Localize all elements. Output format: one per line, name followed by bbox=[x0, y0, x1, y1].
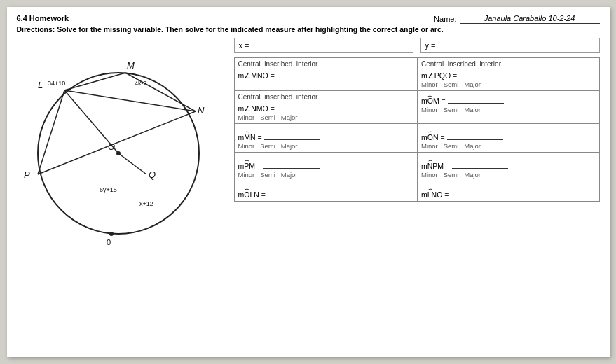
diagram-svg: L 34+10 M 4k-7 N P Q O 0 6y+15 x+12 bbox=[17, 38, 220, 248]
mON-input[interactable] bbox=[447, 131, 503, 140]
cell-3-1-eq: m⌢NPM = bbox=[421, 156, 595, 170]
table-row: m⌢OLN = m⌢LNO = bbox=[234, 181, 599, 202]
label-x12: x+12 bbox=[139, 200, 153, 207]
svg-line-6 bbox=[38, 90, 64, 174]
xy-row: x = y = bbox=[234, 38, 600, 53]
cell-1-1-opt: Minor Semi Major bbox=[421, 106, 595, 113]
table-row: Central inscribed interior m∠NMO = Minor… bbox=[234, 91, 599, 124]
mNMO-input[interactable] bbox=[277, 102, 333, 111]
cell-lno: m⌢LNO = bbox=[418, 181, 599, 202]
svg-line-8 bbox=[118, 153, 146, 174]
mPM-input[interactable] bbox=[263, 160, 320, 169]
cell-mn: m⌢MN = Minor Semi Major bbox=[234, 124, 418, 153]
directions: Directions: Solve for the missing variab… bbox=[17, 25, 600, 34]
label-O: O bbox=[108, 141, 115, 152]
mMN-input[interactable] bbox=[264, 131, 320, 140]
y-cell: y = bbox=[420, 38, 600, 53]
mPQO-input[interactable] bbox=[459, 69, 515, 78]
directions-label: Directions: bbox=[17, 25, 55, 34]
cell-oln: m⌢OLN = bbox=[234, 181, 418, 202]
cell-1-0-opt: Minor Semi Major bbox=[238, 113, 414, 121]
cell-2-0-eq: m⌢MN = bbox=[238, 127, 414, 141]
x-cell: x = bbox=[234, 38, 413, 53]
cell-4-0-eq: m⌢OLN = bbox=[238, 185, 414, 199]
cell-npm: m⌢NPM = Minor Semi Major bbox=[418, 153, 599, 181]
mOLN-input[interactable] bbox=[268, 188, 324, 197]
cell-0-1-header: Central inscribed interior bbox=[421, 60, 595, 68]
table-row: m⌢PM = Minor Semi Major m⌢NPM = Minor Se… bbox=[234, 153, 599, 181]
label-4k-7: 4k-7 bbox=[135, 80, 147, 87]
label-P: P bbox=[24, 169, 30, 180]
cell-0-0-eq: m∠MNO = bbox=[238, 69, 414, 80]
mOM-input[interactable] bbox=[448, 94, 504, 104]
cell-pqo-header: Central inscribed interior m∠PQO = Minor… bbox=[418, 58, 599, 91]
label-N: N bbox=[198, 105, 205, 115]
cell-4-1-eq: m⌢LNO = bbox=[421, 185, 595, 199]
cell-0-1-eq: m∠PQO = bbox=[421, 69, 595, 80]
label-M: M bbox=[127, 60, 135, 71]
title: 6.4 Homework bbox=[17, 14, 69, 22]
cell-3-0-opt: Minor Semi Major bbox=[238, 171, 414, 178]
mMNO-input[interactable] bbox=[277, 69, 333, 78]
worksheet: x = y = Central inscribed interior m∠MNO… bbox=[227, 38, 600, 202]
cell-3-1-opt: Minor Semi Major bbox=[421, 171, 595, 178]
label-L: L bbox=[38, 80, 43, 90]
y-value[interactable] bbox=[438, 41, 508, 50]
label-angle-L: 34+10 bbox=[48, 80, 65, 87]
label-zero: 0 bbox=[107, 238, 111, 246]
x-label: x = bbox=[239, 41, 249, 50]
y-label: y = bbox=[425, 41, 436, 50]
diagram-area: L 34+10 M 4k-7 N P Q O 0 6y+15 x+12 bbox=[17, 38, 227, 202]
label-6y15: 6y+15 bbox=[100, 186, 117, 193]
cell-1-0-header: Central inscribed interior bbox=[238, 93, 414, 101]
x-value[interactable] bbox=[252, 41, 322, 50]
svg-line-2 bbox=[64, 73, 125, 90]
cell-2-0-opt: Minor Semi Major bbox=[238, 142, 414, 150]
answer-grid: Central inscribed interior m∠MNO = Centr… bbox=[234, 57, 600, 202]
cell-3-0-eq: m⌢PM = bbox=[238, 156, 414, 170]
table-row: m⌢MN = Minor Semi Major m⌢ON = Minor Sem… bbox=[234, 124, 599, 153]
cell-1-1-eq: m⌢OM = bbox=[421, 94, 595, 105]
cell-0-0-header: Central inscribed interior bbox=[238, 60, 414, 68]
name-section: Name: Janaula Caraballo 10-2-24 bbox=[434, 14, 599, 24]
table-row: Central inscribed interior m∠MNO = Centr… bbox=[234, 58, 599, 91]
cell-pm: m⌢PM = Minor Semi Major bbox=[234, 153, 418, 181]
mLNO-input[interactable] bbox=[451, 188, 507, 197]
cell-2-1-opt: Minor Semi Major bbox=[421, 142, 595, 150]
header: 6.4 Homework Name: Janaula Caraballo 10-… bbox=[17, 14, 600, 24]
name-label: Name: bbox=[434, 15, 456, 23]
directions-text: Solve for the missing variable. Then sol… bbox=[57, 25, 443, 34]
svg-point-9 bbox=[109, 232, 114, 236]
name-value: Janaula Caraballo 10-2-24 bbox=[460, 14, 600, 24]
cell-mnmo-header: Central inscribed interior m∠MNO = bbox=[234, 58, 418, 91]
label-Q: Q bbox=[149, 169, 156, 180]
cell-1-0-eq: m∠NMO = bbox=[238, 102, 414, 113]
svg-line-5 bbox=[38, 111, 196, 174]
cell-om: m⌢OM = Minor Semi Major bbox=[418, 91, 599, 124]
cell-on: m⌢ON = Minor Semi Major bbox=[418, 124, 599, 153]
cell-0-1-opt: Minor Semi Major bbox=[421, 80, 595, 88]
cell-2-1-eq: m⌢ON = bbox=[421, 127, 595, 141]
mNPM-input[interactable] bbox=[452, 160, 508, 169]
cell-nmo: Central inscribed interior m∠NMO = Minor… bbox=[234, 91, 418, 124]
